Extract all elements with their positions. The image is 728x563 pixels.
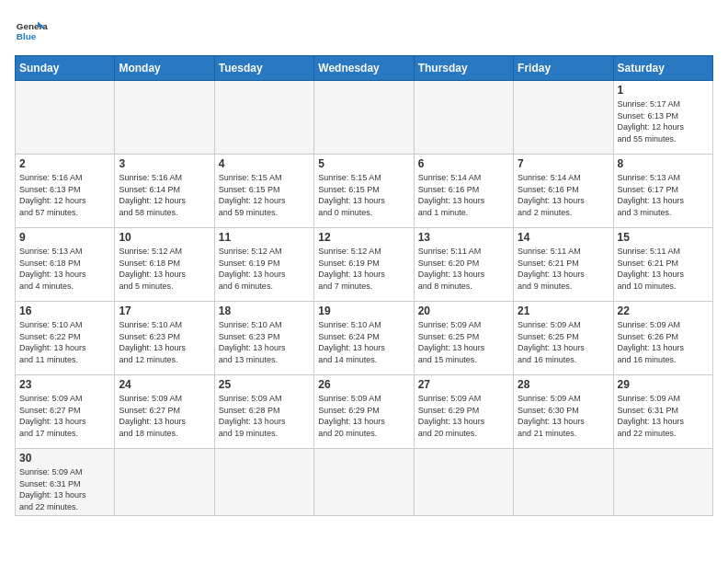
cell-info: Sunrise: 5:09 AM Sunset: 6:26 PM Dayligh… [618,319,709,365]
cell-info: Sunrise: 5:09 AM Sunset: 6:30 PM Dayligh… [518,393,609,439]
svg-text:General: General [17,21,48,31]
calendar-cell [414,449,513,516]
calendar-cell: 21Sunrise: 5:09 AM Sunset: 6:25 PM Dayli… [514,302,613,375]
calendar-cell: 29Sunrise: 5:09 AM Sunset: 6:31 PM Dayli… [613,375,712,449]
cell-info: Sunrise: 5:09 AM Sunset: 6:25 PM Dayligh… [518,319,609,365]
calendar-cell: 13Sunrise: 5:11 AM Sunset: 6:20 PM Dayli… [414,228,513,302]
cell-info: Sunrise: 5:11 AM Sunset: 6:20 PM Dayligh… [418,246,509,292]
calendar-cell: 18Sunrise: 5:10 AM Sunset: 6:23 PM Dayli… [214,302,313,375]
calendar-cell: 2Sunrise: 5:16 AM Sunset: 6:13 PM Daylig… [16,155,115,228]
day-number: 14 [518,231,609,244]
calendar-week-row: 1Sunrise: 5:17 AM Sunset: 6:13 PM Daylig… [16,81,713,155]
day-number: 27 [418,378,509,391]
cell-info: Sunrise: 5:09 AM Sunset: 6:28 PM Dayligh… [219,393,310,439]
calendar-cell: 9Sunrise: 5:13 AM Sunset: 6:18 PM Daylig… [16,228,115,302]
day-number: 23 [19,378,110,391]
cell-info: Sunrise: 5:12 AM Sunset: 6:18 PM Dayligh… [119,246,210,292]
cell-info: Sunrise: 5:11 AM Sunset: 6:21 PM Dayligh… [518,246,609,292]
day-number: 26 [318,378,409,391]
day-of-week-header: Tuesday [214,56,313,81]
calendar-header-row: SundayMondayTuesdayWednesdayThursdayFrid… [16,56,713,81]
cell-info: Sunrise: 5:11 AM Sunset: 6:21 PM Dayligh… [618,246,709,292]
cell-info: Sunrise: 5:09 AM Sunset: 6:31 PM Dayligh… [19,466,110,512]
cell-info: Sunrise: 5:15 AM Sunset: 6:15 PM Dayligh… [219,172,310,218]
cell-info: Sunrise: 5:10 AM Sunset: 6:23 PM Dayligh… [119,319,210,365]
calendar-cell [414,81,513,155]
logo: General Blue [15,15,48,48]
day-of-week-header: Wednesday [314,56,414,81]
day-number: 9 [19,231,110,244]
day-number: 16 [19,304,110,317]
cell-info: Sunrise: 5:16 AM Sunset: 6:14 PM Dayligh… [119,172,210,218]
calendar-week-row: 2Sunrise: 5:16 AM Sunset: 6:13 PM Daylig… [16,155,713,228]
day-number: 15 [618,231,709,244]
calendar-cell: 16Sunrise: 5:10 AM Sunset: 6:22 PM Dayli… [16,302,115,375]
calendar-cell: 7Sunrise: 5:14 AM Sunset: 6:16 PM Daylig… [514,155,613,228]
day-number: 22 [618,304,709,317]
cell-info: Sunrise: 5:14 AM Sunset: 6:16 PM Dayligh… [418,172,509,218]
calendar-cell: 25Sunrise: 5:09 AM Sunset: 6:28 PM Dayli… [214,375,313,449]
day-number: 24 [119,378,210,391]
logo-icon: General Blue [15,15,48,48]
calendar-week-row: 9Sunrise: 5:13 AM Sunset: 6:18 PM Daylig… [16,228,713,302]
calendar-cell: 8Sunrise: 5:13 AM Sunset: 6:17 PM Daylig… [613,155,712,228]
day-of-week-header: Sunday [16,56,115,81]
cell-info: Sunrise: 5:09 AM Sunset: 6:27 PM Dayligh… [119,393,210,439]
calendar-week-row: 16Sunrise: 5:10 AM Sunset: 6:22 PM Dayli… [16,302,713,375]
calendar-cell: 10Sunrise: 5:12 AM Sunset: 6:18 PM Dayli… [115,228,214,302]
calendar-cell: 6Sunrise: 5:14 AM Sunset: 6:16 PM Daylig… [414,155,513,228]
cell-info: Sunrise: 5:09 AM Sunset: 6:25 PM Dayligh… [418,319,509,365]
cell-info: Sunrise: 5:10 AM Sunset: 6:22 PM Dayligh… [19,319,110,365]
calendar-cell: 5Sunrise: 5:15 AM Sunset: 6:15 PM Daylig… [314,155,414,228]
calendar-cell: 20Sunrise: 5:09 AM Sunset: 6:25 PM Dayli… [414,302,513,375]
calendar-week-row: 30Sunrise: 5:09 AM Sunset: 6:31 PM Dayli… [16,449,713,516]
day-number: 28 [518,378,609,391]
calendar-cell: 27Sunrise: 5:09 AM Sunset: 6:29 PM Dayli… [414,375,513,449]
calendar-cell: 23Sunrise: 5:09 AM Sunset: 6:27 PM Dayli… [16,375,115,449]
calendar-cell: 19Sunrise: 5:10 AM Sunset: 6:24 PM Dayli… [314,302,414,375]
cell-info: Sunrise: 5:10 AM Sunset: 6:23 PM Dayligh… [219,319,310,365]
calendar-cell: 12Sunrise: 5:12 AM Sunset: 6:19 PM Dayli… [314,228,414,302]
cell-info: Sunrise: 5:09 AM Sunset: 6:31 PM Dayligh… [618,393,709,439]
day-number: 30 [19,452,110,465]
day-number: 21 [518,304,609,317]
cell-info: Sunrise: 5:14 AM Sunset: 6:16 PM Dayligh… [518,172,609,218]
day-number: 1 [618,84,709,97]
cell-info: Sunrise: 5:09 AM Sunset: 6:27 PM Dayligh… [19,393,110,439]
calendar-cell [115,449,214,516]
day-number: 10 [119,231,210,244]
calendar-cell: 4Sunrise: 5:15 AM Sunset: 6:15 PM Daylig… [214,155,313,228]
cell-info: Sunrise: 5:12 AM Sunset: 6:19 PM Dayligh… [318,246,409,292]
day-number: 18 [219,304,310,317]
day-number: 29 [618,378,709,391]
calendar-cell [115,81,214,155]
calendar-cell [314,449,414,516]
day-number: 17 [119,304,210,317]
cell-info: Sunrise: 5:12 AM Sunset: 6:19 PM Dayligh… [219,246,310,292]
cell-info: Sunrise: 5:17 AM Sunset: 6:13 PM Dayligh… [618,98,709,144]
day-number: 12 [318,231,409,244]
calendar-cell: 14Sunrise: 5:11 AM Sunset: 6:21 PM Dayli… [514,228,613,302]
svg-text:Blue: Blue [17,31,37,41]
day-of-week-header: Monday [115,56,214,81]
calendar-cell [514,449,613,516]
day-number: 3 [119,157,210,170]
cell-info: Sunrise: 5:10 AM Sunset: 6:24 PM Dayligh… [318,319,409,365]
cell-info: Sunrise: 5:15 AM Sunset: 6:15 PM Dayligh… [318,172,409,218]
day-number: 13 [418,231,509,244]
cell-info: Sunrise: 5:09 AM Sunset: 6:29 PM Dayligh… [318,393,409,439]
calendar-cell [514,81,613,155]
day-number: 5 [318,157,409,170]
day-of-week-header: Thursday [414,56,513,81]
calendar-cell: 24Sunrise: 5:09 AM Sunset: 6:27 PM Dayli… [115,375,214,449]
day-number: 7 [518,157,609,170]
calendar-cell: 28Sunrise: 5:09 AM Sunset: 6:30 PM Dayli… [514,375,613,449]
calendar-cell: 22Sunrise: 5:09 AM Sunset: 6:26 PM Dayli… [613,302,712,375]
day-number: 6 [418,157,509,170]
calendar-cell: 15Sunrise: 5:11 AM Sunset: 6:21 PM Dayli… [613,228,712,302]
calendar-cell [613,449,712,516]
page-header: General Blue [15,15,713,48]
calendar-cell: 3Sunrise: 5:16 AM Sunset: 6:14 PM Daylig… [115,155,214,228]
cell-info: Sunrise: 5:16 AM Sunset: 6:13 PM Dayligh… [19,172,110,218]
day-number: 8 [618,157,709,170]
